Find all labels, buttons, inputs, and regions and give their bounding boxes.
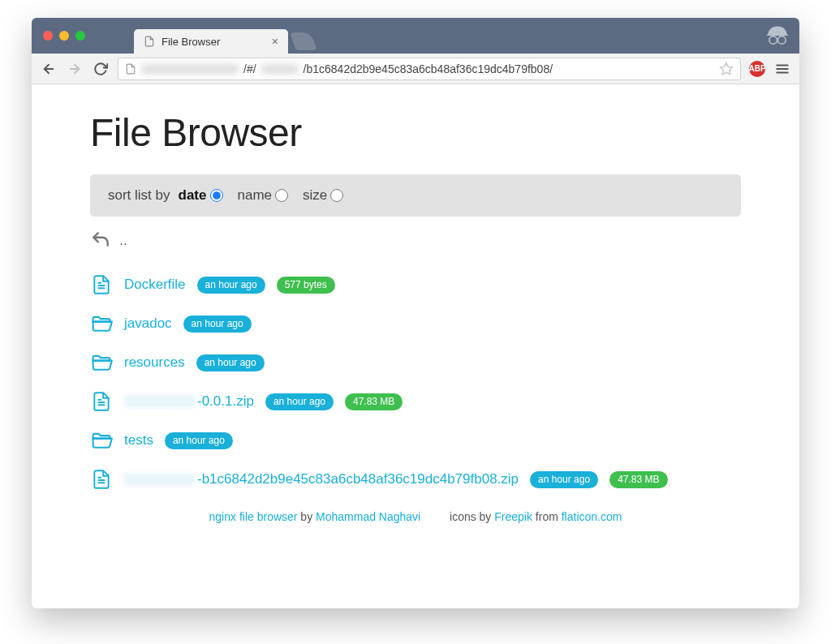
parent-dir-label: .. — [119, 232, 127, 249]
close-tab-icon[interactable]: × — [272, 35, 278, 48]
sort-option-size[interactable]: size — [303, 187, 343, 204]
file-row: Dockerfilean hour ago577 bytes — [90, 265, 741, 304]
time-badge: an hour ago — [183, 316, 252, 333]
page-content: File Browser sort list by date name size… — [32, 84, 799, 608]
file-row: -0.0.1.zipan hour ago47.83 MB — [90, 382, 741, 421]
toolbar: /#/ /b1c6842d2b9e45c83a6cb48af36c19dc4b7… — [32, 54, 799, 84]
svg-point-0 — [769, 36, 777, 45]
file-icon — [90, 468, 113, 491]
forward-button[interactable] — [66, 60, 84, 78]
close-window-button[interactable] — [43, 31, 53, 41]
file-row: -b1c6842d2b9e45c83a6cb48af36c19dc4b79fb0… — [90, 460, 741, 499]
window-controls — [32, 18, 85, 54]
adblock-icon[interactable]: ABP — [749, 61, 765, 77]
file-icon — [90, 273, 113, 296]
folder-icon — [90, 312, 113, 335]
size-badge: 577 bytes — [277, 277, 335, 294]
file-row: javadocan hour ago — [90, 304, 741, 343]
sort-label: sort list by — [108, 187, 170, 204]
bookmark-star-icon[interactable] — [719, 62, 734, 76]
menu-button[interactable] — [773, 60, 791, 78]
sort-radio-name[interactable] — [275, 189, 288, 202]
folder-icon — [90, 429, 113, 452]
file-name-link[interactable]: tests — [124, 432, 153, 449]
sort-radio-date[interactable] — [210, 189, 223, 202]
page-icon — [125, 63, 136, 75]
browser-tab[interactable]: File Browser × — [134, 29, 288, 54]
time-badge: an hour ago — [530, 471, 598, 488]
file-row: resourcesan hour ago — [90, 343, 741, 382]
footer-icon-author-link[interactable]: Freepik — [494, 510, 532, 523]
footer: nginx file browser by Mohammad Naghavi i… — [90, 510, 741, 523]
file-list: Dockerfilean hour ago577 bytesjavadocan … — [90, 265, 741, 499]
time-badge: an hour ago — [165, 432, 233, 449]
new-tab-button[interactable] — [290, 32, 316, 50]
redacted-segment — [124, 473, 196, 486]
back-arrow-icon[interactable] — [90, 230, 111, 251]
browser-window: File Browser × /#/ /b1c6842d2b9e45c83a6c… — [32, 18, 799, 608]
url-redacted-seg — [261, 64, 299, 74]
minimize-window-button[interactable] — [59, 31, 69, 41]
sort-radio-size[interactable] — [330, 189, 343, 202]
size-badge: 47.83 MB — [345, 393, 403, 410]
time-badge: an hour ago — [265, 393, 334, 410]
file-name-link[interactable]: -0.0.1.zip — [124, 393, 254, 410]
page-title: File Browser — [90, 110, 741, 155]
footer-author-link[interactable]: Mohammad Naghavi — [316, 510, 420, 523]
footer-app-link[interactable]: nginx file browser — [209, 510, 298, 523]
size-badge: 47.83 MB — [609, 471, 667, 488]
parent-directory-row[interactable]: .. — [90, 230, 741, 251]
time-badge: an hour ago — [197, 277, 265, 294]
sort-option-date[interactable]: date — [179, 187, 223, 204]
svg-marker-4 — [721, 62, 733, 74]
file-name-link[interactable]: resources — [124, 354, 185, 371]
svg-point-1 — [778, 36, 786, 45]
folder-icon — [90, 351, 113, 374]
incognito-icon — [764, 21, 791, 49]
file-name-link[interactable]: -b1c6842d2b9e45c83a6cb48af36c19dc4b79fb0… — [124, 471, 519, 487]
url-path: /b1c6842d2b9e45c83a6cb48af36c19dc4b79fb0… — [304, 62, 553, 75]
footer-icon-site-link[interactable]: flaticon.com — [562, 510, 622, 523]
tab-title: File Browser — [161, 36, 220, 48]
tab-strip: File Browser × — [32, 18, 799, 54]
file-name-link[interactable]: javadoc — [124, 316, 172, 332]
zoom-window-button[interactable] — [75, 31, 85, 41]
back-button[interactable] — [40, 60, 58, 78]
sort-option-name[interactable]: name — [238, 187, 289, 204]
file-icon — [144, 36, 155, 47]
sort-bar: sort list by date name size — [90, 174, 741, 217]
url-mid: /#/ — [243, 62, 256, 75]
url-redacted-host — [141, 64, 239, 74]
redacted-segment — [124, 395, 196, 408]
file-name-link[interactable]: Dockerfile — [124, 277, 186, 293]
time-badge: an hour ago — [196, 354, 265, 371]
reload-button[interactable] — [92, 60, 110, 78]
address-bar[interactable]: /#/ /b1c6842d2b9e45c83a6cb48af36c19dc4b7… — [118, 58, 741, 80]
file-row: testsan hour ago — [90, 421, 741, 460]
file-icon — [90, 390, 113, 413]
